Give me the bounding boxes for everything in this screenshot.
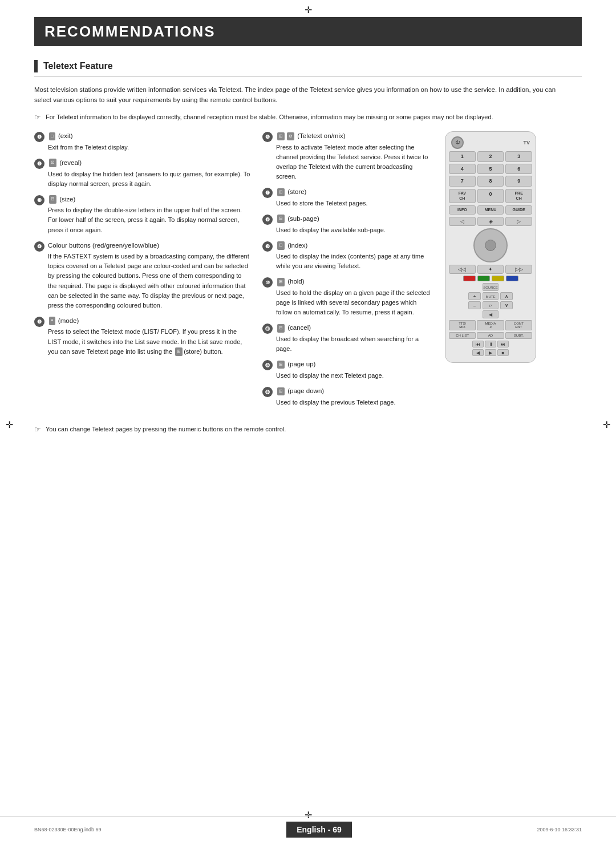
feature-num-11: ⑪ <box>262 324 273 334</box>
remote-btn-3[interactable]: 3 <box>505 151 532 162</box>
feature-item-13: ⑬ ⊞ (page down) Used to display the prev… <box>262 386 433 407</box>
remote-btn-5[interactable]: 5 <box>477 164 504 175</box>
remote-container: ⏻ TV 1 2 3 4 5 6 7 8 9 <box>445 131 542 363</box>
remote-btn-favch[interactable]: FAVCH <box>449 189 476 203</box>
feature-title-12: ⊞ (page up) <box>276 359 384 370</box>
page-wrapper: ✛ ✛ ✛ RECOMMENDATIONS Teletext Feature M… <box>0 0 616 849</box>
remote-btn-ttxmix[interactable]: TTX/MIX <box>449 320 476 330</box>
remote-btn-icon2[interactable]: ✦ <box>477 265 504 274</box>
remote-icon-row: ◁◁ ✦ ▷▷ <box>449 265 532 274</box>
feature-title-8: ⊟ (sub-page) <box>276 214 386 224</box>
feature-title-10: ⊞ (hold) <box>276 277 433 287</box>
intro-paragraph: Most television stations provide written… <box>34 84 559 106</box>
note-text-2: You can change Teletext pages by pressin… <box>46 424 286 434</box>
feature-title-13: ⊞ (page down) <box>276 386 396 397</box>
section-heading: Teletext Feature <box>34 60 582 76</box>
middle-section: ❻ ⊞⊘ (Teletext on/mix) Press to activate… <box>262 131 433 413</box>
remote-dpad[interactable] <box>473 228 508 262</box>
remote-btn-ch-up[interactable]: ∧ <box>500 292 513 300</box>
remote-btn-4[interactable]: 4 <box>449 164 476 175</box>
feature-item-1: ❶ □ (exit) Exit from the Teletext displa… <box>34 131 251 152</box>
feature-item-9: ❾ ⊡ (index) Used to display the index (c… <box>262 241 433 272</box>
feature-title-4: Colour buttons (red/green/yellow/blue) <box>48 241 251 251</box>
feature-title-9: ⊡ (index) <box>276 241 433 251</box>
remote-btn-8[interactable]: 8 <box>477 176 504 187</box>
feature-desc-3: Press to display the double-size letters… <box>48 205 251 235</box>
remote-btn-9[interactable]: 9 <box>505 176 532 187</box>
remote-btn-p[interactable]: P <box>483 301 499 309</box>
remote-btn-chlist[interactable]: CH LIST <box>449 332 476 339</box>
section-title: Teletext Feature <box>43 61 113 71</box>
feature-desc-9: Used to display the index (contents) pag… <box>276 252 433 271</box>
remote-btn-7[interactable]: 7 <box>449 176 476 187</box>
remote-btn-prech[interactable]: PRECH <box>505 189 532 203</box>
remote-btn-blue[interactable] <box>506 276 518 281</box>
bottom-note: ☞ You can change Teletext pages by press… <box>34 424 559 434</box>
note-icon-1: ☞ <box>34 113 41 122</box>
feature-content-13: ⊞ (page down) Used to display the previo… <box>276 386 396 407</box>
remote-btn-red[interactable] <box>463 276 476 281</box>
remote-btn-ch-down[interactable]: ∨ <box>500 301 513 309</box>
remote-btn-yellow[interactable] <box>492 276 504 281</box>
feature-item-8: ❽ ⊟ (sub-page) Used to display the avail… <box>262 214 433 235</box>
feature-content-5: ≡ (mode) Press to select the Teletext mo… <box>48 316 251 357</box>
feature-content-12: ⊞ (page up) Used to display the next Tel… <box>276 359 384 381</box>
remote-btn-subt[interactable]: SUBT. <box>505 332 532 339</box>
remote-chlist-row: CH LIST AD SUBT. <box>449 332 532 339</box>
remote-btn-mute[interactable]: MUTE <box>483 292 499 300</box>
page-title: RECOMMENDATIONS <box>44 23 572 41</box>
feature-item-11: ⑪ ⊟ (cancel) Used to display the broadca… <box>262 323 433 354</box>
remote-playback-row2: ◀ ▶ ■ <box>449 349 532 356</box>
feature-num-9: ❾ <box>262 241 273 252</box>
remote-btn-stop[interactable]: ■ <box>497 349 509 356</box>
remote-btn-bld3[interactable]: ▷ <box>505 217 532 226</box>
remote-btn-source[interactable]: SOURCE <box>483 283 499 291</box>
feature-item-3: ❸ ⊟ (size) Press to display the double-s… <box>34 195 251 235</box>
feature-item-6: ❻ ⊞⊘ (Teletext on/mix) Press to activate… <box>262 131 433 181</box>
remote-media-row: TTX/MIX MEDIA.P CONTENT <box>449 320 532 330</box>
remote-btn-rewind[interactable]: ⏮ <box>472 341 484 347</box>
remote-btn-bld1[interactable]: ◁ <box>449 217 476 226</box>
remote-btn-vol-minus[interactable]: – <box>468 301 481 309</box>
note-box-1: ☞ For Teletext information to be display… <box>34 112 559 122</box>
remote-btn-content[interactable]: CONTENT <box>505 320 532 330</box>
remote-btn-vol-plus[interactable]: + <box>468 292 481 300</box>
feature-num-7: ❼ <box>262 188 273 198</box>
remote-vol-row: + – SOURCE MUTE P ◀ ∧ ∨ <box>449 283 532 318</box>
remote-dpad-area <box>449 228 532 262</box>
remote-btn-ffwd[interactable]: ⏭ <box>497 341 509 347</box>
remote-btn-menu[interactable]: MENU <box>477 205 504 215</box>
feature-desc-4: If the FASTEXT system is used by a broad… <box>48 252 251 310</box>
feature-content-9: ⊡ (index) Used to display the index (con… <box>276 241 433 272</box>
remote-num-grid: 1 2 3 4 5 6 7 8 9 <box>449 151 532 187</box>
compass-left-icon: ✛ <box>6 419 13 430</box>
compass-top-icon: ✛ <box>305 5 312 15</box>
remote-btn-6[interactable]: 6 <box>505 164 532 175</box>
feature-content-3: ⊟ (size) Press to display the double-siz… <box>48 195 251 235</box>
feature-num-2: ❷ <box>34 159 44 169</box>
feature-num-3: ❸ <box>34 195 44 205</box>
footer-center: English - 69 <box>286 822 352 838</box>
remote-btn-prev[interactable]: ◀ <box>472 349 484 356</box>
feature-item-2: ❷ ⊡ (reveal) Used to display the hidden … <box>34 158 251 189</box>
remote-btn-info[interactable]: INFO <box>449 205 476 215</box>
remote-btn-1[interactable]: 1 <box>449 151 476 162</box>
remote-btn-ad[interactable]: AD <box>477 332 504 339</box>
remote-dpad-center[interactable] <box>485 240 496 251</box>
remote-btn-green[interactable] <box>477 276 490 281</box>
remote-btn-0[interactable]: 0 <box>477 189 504 203</box>
remote-btn-mediap[interactable]: MEDIA.P <box>477 320 504 330</box>
remote-btn-pause[interactable]: ⏸ <box>485 341 496 347</box>
remote-btn-2[interactable]: 2 <box>477 151 504 162</box>
remote-power-btn[interactable]: ⏻ <box>451 136 464 149</box>
remote-ch-col: ∧ ∨ <box>500 292 513 309</box>
remote-btn-icon3[interactable]: ▷▷ <box>505 265 532 274</box>
remote-btn-play[interactable]: ▶ <box>485 349 496 356</box>
feature-num-13: ⑬ <box>262 387 273 397</box>
remote-btn-bld2[interactable]: ◈ <box>477 217 504 226</box>
feature-item-5: ❺ ≡ (mode) Press to select the Teletext … <box>34 316 251 357</box>
remote-btn-guide[interactable]: GUIDE <box>505 205 532 215</box>
remote-btn-sound[interactable]: ◀ <box>483 310 499 318</box>
remote-btn-icon1[interactable]: ◁◁ <box>449 265 476 274</box>
feature-content-10: ⊞ (hold) Used to hold the display on a g… <box>276 277 433 317</box>
